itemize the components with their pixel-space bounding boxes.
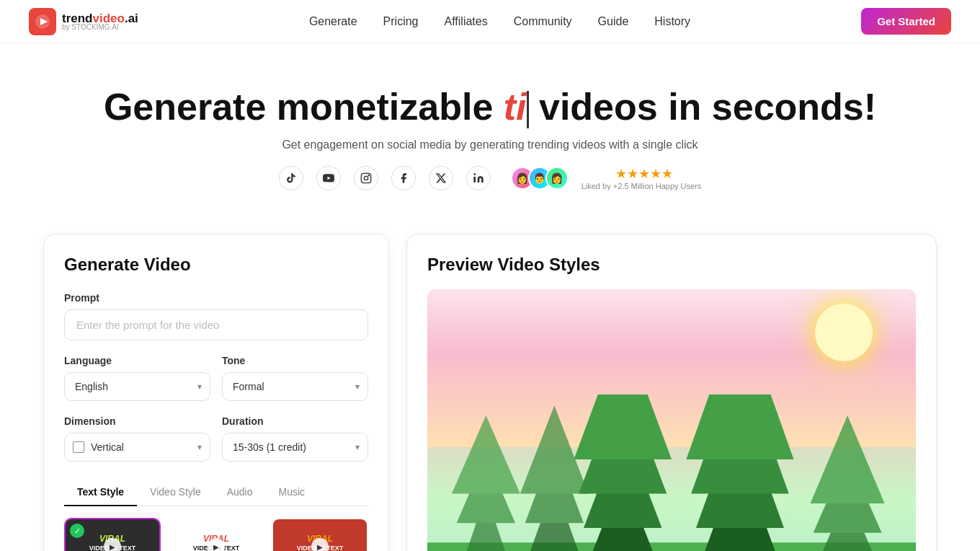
duration-group: Duration 15-30s (1 credit) 30-60s (2 cre… [222, 415, 368, 462]
language-label: Language [64, 355, 210, 366]
svg-point-3 [364, 177, 368, 180]
nav-guide[interactable]: Guide [598, 15, 629, 28]
video-preview: SECOND, STRAWBERRIES ARE RICH IN [427, 289, 916, 551]
tab-video-style[interactable]: Video Style [137, 479, 214, 506]
navigation: trendvideo.ai by STOCKIMG.AI Generate Pr… [0, 0, 980, 43]
text-style-1[interactable]: VIRAL VIDEO AI TEXT STYLE ✓ ▶ [64, 518, 161, 551]
instagram-icon[interactable] [354, 166, 378, 190]
language-group: Language English Spanish French German ▾ [64, 355, 210, 401]
sun [815, 304, 873, 361]
text-style-2[interactable]: VIRAL VIDEO AI TEXT STYLE ▶ [168, 518, 264, 551]
play-icon-3[interactable]: ▶ [311, 538, 329, 551]
svg-point-5 [473, 174, 476, 176]
style-tabs: Text Style Video Style Audio Music [64, 479, 368, 506]
duration-select[interactable]: 15-30s (1 credit) 30-60s (2 credits) 60-… [222, 433, 368, 462]
dimension-select-wrap: Vertical Horizontal Square ▾ [64, 433, 210, 462]
svg-point-4 [368, 175, 369, 176]
stars-rating: ★★★★★ Liked by +2.5 Million Happy Users [582, 166, 702, 190]
twitter-icon[interactable] [429, 166, 453, 190]
play-icon-2[interactable]: ▶ [208, 538, 225, 551]
nav-affiliates[interactable]: Affiliates [445, 15, 488, 28]
prompt-label: Prompt [64, 292, 368, 304]
tab-text-style[interactable]: Text Style [64, 479, 137, 506]
svg-marker-28 [811, 415, 885, 503]
tone-group: Tone Formal Casual Humorous Serious ▾ [222, 355, 368, 401]
text-style-grid: VIRAL VIDEO AI TEXT STYLE ✓ ▶ VIRAL VIDE… [64, 518, 368, 551]
main-content: Generate Video Prompt Language English S… [0, 219, 980, 551]
nav-links: Generate Pricing Affiliates Community Gu… [309, 15, 690, 28]
tab-music[interactable]: Music [266, 479, 318, 506]
preview-panel: Preview Video Styles [406, 234, 937, 551]
prompt-input[interactable] [64, 309, 368, 340]
svg-marker-19 [574, 394, 672, 459]
tree-scene [427, 394, 916, 551]
language-tone-row: Language English Spanish French German ▾… [64, 355, 368, 401]
duration-select-wrap: 15-30s (1 credit) 30-60s (2 credits) 60-… [222, 433, 368, 462]
tone-select-wrap: Formal Casual Humorous Serious ▾ [222, 372, 368, 401]
prompt-field: Prompt [64, 292, 368, 340]
tiktok-icon[interactable] [279, 166, 303, 190]
play-icon-1[interactable]: ▶ [104, 538, 121, 551]
nav-pricing[interactable]: Pricing [383, 15, 419, 28]
svg-marker-10 [452, 415, 520, 493]
dimension-duration-row: Dimension Vertical Horizontal Square ▾ D… [64, 415, 368, 462]
social-row: 👩 👨 👩 ★★★★★ Liked by +2.5 Million Happy … [14, 166, 966, 190]
logo-text: trendvideo.ai by STOCKIMG.AI [62, 12, 138, 31]
dimension-label: Dimension [64, 415, 210, 427]
tab-audio[interactable]: Audio [214, 479, 266, 506]
linkedin-icon[interactable] [466, 166, 491, 190]
nav-generate[interactable]: Generate [309, 15, 357, 28]
svg-rect-2 [361, 174, 370, 183]
youtube-icon[interactable] [316, 166, 341, 190]
language-select-wrap: English Spanish French German ▾ [64, 372, 210, 401]
nav-history[interactable]: History [654, 15, 690, 28]
generate-panel: Generate Video Prompt Language English S… [43, 234, 389, 551]
tone-label: Tone [222, 355, 368, 366]
tone-select[interactable]: Formal Casual Humorous Serious [222, 372, 368, 401]
logo-link[interactable]: trendvideo.ai by STOCKIMG.AI [29, 8, 138, 35]
duration-label: Duration [222, 415, 368, 427]
logo-icon [29, 8, 56, 35]
hero-section: Generate monetizable ti videos in second… [0, 43, 980, 219]
preview-title: Preview Video Styles [427, 255, 916, 275]
svg-marker-24 [686, 394, 793, 459]
nav-community[interactable]: Community [514, 15, 572, 28]
dimension-select[interactable]: Vertical Horizontal Square [64, 433, 210, 462]
generate-title: Generate Video [64, 255, 368, 275]
text-style-3[interactable]: VIRAL VIDEO AI TEXT STYLE ▶ [272, 518, 368, 551]
user-avatars: 👩 👨 👩 [511, 167, 569, 190]
dimension-group: Dimension Vertical Horizontal Square ▾ [64, 415, 210, 462]
hero-headline: Generate monetizable ti videos in second… [14, 87, 966, 128]
facebook-icon[interactable] [391, 166, 416, 190]
language-select[interactable]: English Spanish French German [64, 372, 210, 401]
avatar-3: 👩 [545, 167, 569, 190]
hero-subtext: Get engagement on social media by genera… [14, 138, 966, 151]
get-started-button[interactable]: Get Started [861, 8, 951, 35]
